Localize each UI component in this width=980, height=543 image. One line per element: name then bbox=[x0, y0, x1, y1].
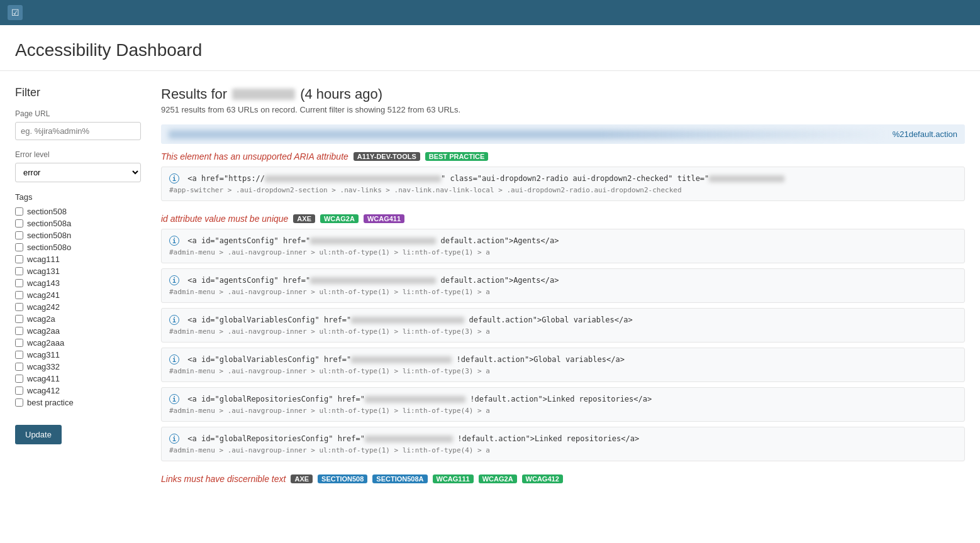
page-url-label: Page URL bbox=[15, 109, 141, 118]
update-button[interactable]: Update bbox=[15, 425, 62, 444]
info-icon[interactable]: i bbox=[169, 354, 179, 365]
info-icon[interactable]: i bbox=[169, 236, 179, 246]
top-bar: ☑ bbox=[0, 0, 980, 25]
error-title-text-id: id attribute value must be unique bbox=[161, 214, 288, 224]
tag-best-practice: best practice bbox=[15, 398, 141, 407]
tag-section508a-checkbox[interactable] bbox=[15, 219, 23, 228]
code-block-globalrepos-1: i <a id="globalRepositoriesConfig" href=… bbox=[161, 387, 965, 422]
error-level-select[interactable]: error warning notice bbox=[15, 163, 141, 182]
tag-wcag411-checkbox[interactable] bbox=[15, 375, 23, 383]
info-icon[interactable]: i bbox=[169, 394, 179, 404]
sidebar-title: Filter bbox=[15, 86, 141, 99]
tags-section: Tags section508 section508a section508n … bbox=[15, 192, 141, 407]
badge-a11ydev: A11Y-DEV-TOOLS bbox=[354, 152, 420, 161]
error-title-unsupported-aria: This element has an unsupported ARIA att… bbox=[161, 151, 965, 162]
badge-wcag2a: WCAG2A bbox=[320, 214, 359, 223]
tag-section508n-checkbox[interactable] bbox=[15, 231, 23, 239]
tag-wcag2a-checkbox[interactable] bbox=[15, 315, 23, 323]
info-icon[interactable]: i bbox=[169, 173, 179, 184]
tag-wcag2aaa: wcag2aaa bbox=[15, 338, 141, 348]
results-url-blurred bbox=[232, 89, 295, 100]
url-blur-inline bbox=[265, 175, 441, 182]
code-block-globalvars-2: i <a id="globalVariablesConfig" href=" !… bbox=[161, 348, 965, 382]
info-icon[interactable]: i bbox=[169, 275, 179, 285]
selector-line: #app-switcher > .aui-dropdown2-section >… bbox=[169, 186, 957, 194]
tag-wcag311: wcag311 bbox=[15, 350, 141, 359]
code-line: i <a id="globalRepositoriesConfig" href=… bbox=[169, 394, 957, 404]
href-blur bbox=[351, 356, 452, 363]
tag-section508n: section508n bbox=[15, 231, 141, 240]
tag-wcag111-checkbox[interactable] bbox=[15, 255, 23, 263]
info-icon[interactable]: i bbox=[169, 315, 179, 325]
selector-line: #admin-menu > .aui-navgroup-inner > ul:n… bbox=[169, 367, 957, 375]
code-block-aria-1: i <a href="https://" class="aui-dropdown… bbox=[161, 167, 965, 201]
code-line: i <a id="agentsConfig" href=" default.ac… bbox=[169, 236, 957, 246]
badge-axe: AXE bbox=[293, 214, 315, 223]
error-group-id-unique: id attribute value must be unique AXE WC… bbox=[161, 214, 965, 461]
href-blur bbox=[310, 277, 436, 284]
tag-wcag2aa: wcag2aa bbox=[15, 326, 141, 336]
error-title-id-unique: id attribute value must be unique AXE WC… bbox=[161, 214, 965, 224]
badge-wcag411: WCAG411 bbox=[364, 214, 404, 223]
badge-wcag2a-links: WCAG2A bbox=[479, 474, 517, 483]
tag-section508-checkbox[interactable] bbox=[15, 207, 23, 216]
tag-wcag241: wcag241 bbox=[15, 290, 141, 300]
tag-best-practice-checkbox[interactable] bbox=[15, 398, 23, 407]
badge-best-practice: BEST PRACTICE bbox=[425, 152, 489, 161]
tag-wcag111: wcag111 bbox=[15, 255, 141, 264]
selector-line: #admin-menu > .aui-navgroup-inner > ul:n… bbox=[169, 248, 957, 256]
page-url-section: Page URL bbox=[15, 109, 141, 140]
tag-wcag131: wcag131 bbox=[15, 266, 141, 276]
tag-wcag332-checkbox[interactable] bbox=[15, 363, 23, 371]
tag-wcag412-checkbox[interactable] bbox=[15, 387, 23, 395]
tag-wcag2aa-checkbox[interactable] bbox=[15, 327, 23, 335]
selector-line: #admin-menu > .aui-navgroup-inner > ul:n… bbox=[169, 407, 957, 415]
tags-label: Tags bbox=[15, 192, 141, 202]
selector-line: #admin-menu > .aui-navgroup-inner > ul:n… bbox=[169, 288, 957, 296]
results-header: Results for (4 hours ago) 9251 results f… bbox=[161, 86, 965, 114]
code-line: i <a href="https://" class="aui-dropdown… bbox=[169, 173, 957, 184]
tag-section508: section508 bbox=[15, 207, 141, 216]
results-title-prefix: Results for bbox=[161, 86, 227, 102]
tag-section508a: section508a bbox=[15, 219, 141, 228]
result-url-bar: %21default.action bbox=[161, 124, 965, 144]
tag-wcag143-checkbox[interactable] bbox=[15, 279, 23, 287]
tag-wcag412: wcag412 bbox=[15, 386, 141, 395]
code-block-globalrepos-2: i <a id="globalRepositoriesConfig" href=… bbox=[161, 427, 965, 461]
badge-axe-links: AXE bbox=[291, 474, 313, 483]
results-subtitle: 9251 results from 63 URLs on record. Cur… bbox=[161, 105, 965, 114]
badge-section508-links: SECTION508 bbox=[318, 474, 367, 483]
results-area: Results for (4 hours ago) 9251 results f… bbox=[161, 86, 965, 496]
error-title-text-links: Links must have discernible text bbox=[161, 474, 286, 484]
tag-wcag131-checkbox[interactable] bbox=[15, 267, 23, 275]
href-blur bbox=[310, 238, 436, 244]
error-level-label: Error level bbox=[15, 150, 141, 159]
page-title: Accessibility Dashboard bbox=[0, 25, 980, 71]
badge-wcag111-links: WCAG111 bbox=[433, 474, 474, 483]
main-content: Filter Page URL Error level error warnin… bbox=[0, 71, 980, 512]
url-blur bbox=[169, 130, 888, 139]
tag-wcag143: wcag143 bbox=[15, 278, 141, 288]
page-url-input[interactable] bbox=[15, 122, 141, 140]
code-line: i <a id="globalVariablesConfig" href=" !… bbox=[169, 354, 957, 365]
tag-wcag2a: wcag2a bbox=[15, 314, 141, 324]
href-blur bbox=[365, 436, 453, 442]
app-icon: ☑ bbox=[8, 5, 23, 20]
info-icon[interactable]: i bbox=[169, 434, 179, 444]
results-title: Results for (4 hours ago) bbox=[161, 86, 965, 102]
tag-wcag242-checkbox[interactable] bbox=[15, 303, 23, 311]
tag-wcag311-checkbox[interactable] bbox=[15, 351, 23, 359]
error-group-links-discernible: Links must have discernible text AXE SEC… bbox=[161, 474, 965, 484]
error-title-links-discernible: Links must have discernible text AXE SEC… bbox=[161, 474, 965, 484]
error-group-unsupported-aria: This element has an unsupported ARIA att… bbox=[161, 151, 965, 201]
error-level-section: Error level error warning notice bbox=[15, 150, 141, 182]
badge-wcag412-links: WCAG412 bbox=[522, 474, 563, 483]
error-title-text: This element has an unsupported ARIA att… bbox=[161, 151, 348, 162]
tag-wcag2aaa-checkbox[interactable] bbox=[15, 339, 23, 347]
code-block-agents-2: i <a id="agentsConfig" href=" default.ac… bbox=[161, 268, 965, 303]
tag-wcag241-checkbox[interactable] bbox=[15, 291, 23, 299]
tag-section508o-checkbox[interactable] bbox=[15, 243, 23, 251]
code-line: i <a id="agentsConfig" href=" default.ac… bbox=[169, 275, 957, 285]
code-block-globalvars-1: i <a id="globalVariablesConfig" href=" d… bbox=[161, 308, 965, 343]
sidebar: Filter Page URL Error level error warnin… bbox=[15, 86, 141, 496]
